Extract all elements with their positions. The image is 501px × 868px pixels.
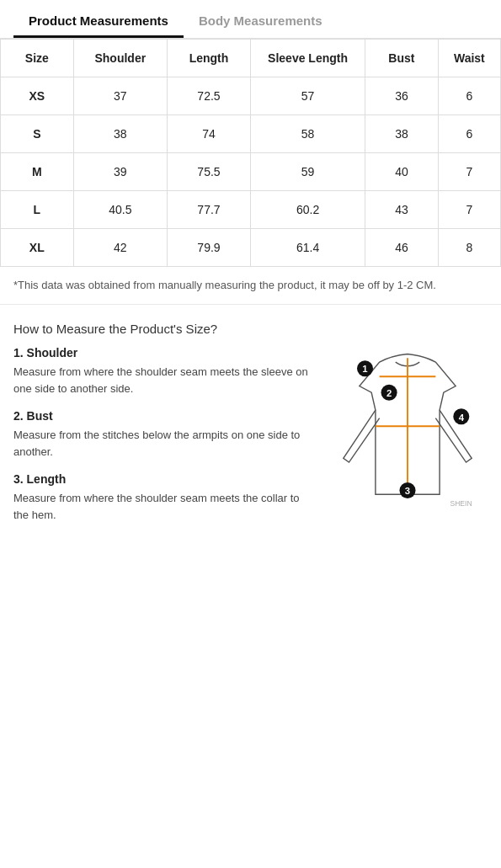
table-cell: 75.5 <box>167 153 250 191</box>
measurement-item-desc: Measure from the stitches below the armp… <box>13 427 317 461</box>
measurement-note: *This data was obtained from manually me… <box>0 267 501 305</box>
table-cell: 61.4 <box>250 229 365 267</box>
tab-product-measurements[interactable]: Product Measurements <box>13 0 184 38</box>
measurement-item-title: 1. Shoulder <box>13 346 317 359</box>
table-cell: 58 <box>250 115 365 153</box>
header-length: Length <box>167 40 250 77</box>
table-row: S387458386 <box>1 115 501 153</box>
table-cell: 57 <box>250 77 365 115</box>
how-to-content: 1. ShoulderMeasure from where the should… <box>13 346 488 536</box>
measurement-item: 2. BustMeasure from the stitches below t… <box>13 409 317 461</box>
table-cell: S <box>1 115 74 153</box>
measurement-item-desc: Measure from where the shoulder seam mee… <box>13 364 317 397</box>
table-cell: 40.5 <box>73 191 167 229</box>
tabs-container: Product Measurements Body Measurements <box>0 0 501 39</box>
how-to-text-list: 1. ShoulderMeasure from where the should… <box>13 346 317 536</box>
table-row: XS3772.557366 <box>1 77 501 115</box>
table-cell: 39 <box>73 153 167 191</box>
header-size: Size <box>1 40 74 77</box>
svg-text:4: 4 <box>459 412 465 422</box>
table-cell: 38 <box>365 115 439 153</box>
how-to-title: How to Measure the Product's Size? <box>13 322 488 336</box>
measurement-item-desc: Measure from where the shoulder seam mee… <box>13 490 317 524</box>
table-cell: M <box>1 153 74 191</box>
table-cell: 7 <box>438 153 500 191</box>
table-row: L40.577.760.2437 <box>1 191 501 229</box>
measurements-table: Size Shoulder Length Sleeve Length Bust … <box>0 39 501 267</box>
measurements-table-container: Size Shoulder Length Sleeve Length Bust … <box>0 39 501 267</box>
table-cell: 46 <box>365 229 439 267</box>
table-cell: 38 <box>73 115 167 153</box>
table-cell: XL <box>1 229 74 267</box>
table-cell: 8 <box>438 229 500 267</box>
table-cell: 6 <box>438 115 500 153</box>
table-cell: 79.9 <box>167 229 250 267</box>
table-cell: 40 <box>365 153 439 191</box>
measurement-item-title: 3. Length <box>13 472 317 486</box>
table-cell: 72.5 <box>167 77 250 115</box>
measurement-item: 1. ShoulderMeasure from where the should… <box>13 346 317 397</box>
measurement-item: 3. LengthMeasure from where the shoulder… <box>13 472 317 524</box>
table-cell: 7 <box>438 191 500 229</box>
table-cell: 36 <box>365 77 439 115</box>
table-cell: 43 <box>365 191 439 229</box>
table-cell: 77.7 <box>167 191 250 229</box>
table-header-row: Size Shoulder Length Sleeve Length Bust … <box>1 40 501 77</box>
table-cell: 74 <box>167 115 250 153</box>
table-row: M3975.559407 <box>1 153 501 191</box>
svg-text:SHEIN: SHEIN <box>450 499 472 508</box>
garment-illustration-svg: 1 2 3 4 SHEIN <box>328 346 488 514</box>
table-cell: 6 <box>438 77 500 115</box>
header-sleeve-length: Sleeve Length <box>250 40 365 77</box>
table-cell: 60.2 <box>250 191 365 229</box>
how-to-diagram: 1 2 3 4 SHEIN <box>328 346 488 536</box>
table-cell: L <box>1 191 74 229</box>
header-bust: Bust <box>365 40 439 77</box>
svg-text:3: 3 <box>405 486 410 496</box>
how-to-section: How to Measure the Product's Size? 1. Sh… <box>0 312 501 536</box>
header-waist: Waist <box>438 40 500 77</box>
tab-body-measurements[interactable]: Body Measurements <box>184 0 338 38</box>
table-cell: XS <box>1 77 74 115</box>
measurement-item-title: 2. Bust <box>13 409 317 423</box>
svg-text:2: 2 <box>386 388 392 398</box>
svg-text:1: 1 <box>362 364 368 374</box>
table-cell: 59 <box>250 153 365 191</box>
table-cell: 37 <box>73 77 167 115</box>
table-row: XL4279.961.4468 <box>1 229 501 267</box>
header-shoulder: Shoulder <box>73 40 167 77</box>
table-cell: 42 <box>73 229 167 267</box>
